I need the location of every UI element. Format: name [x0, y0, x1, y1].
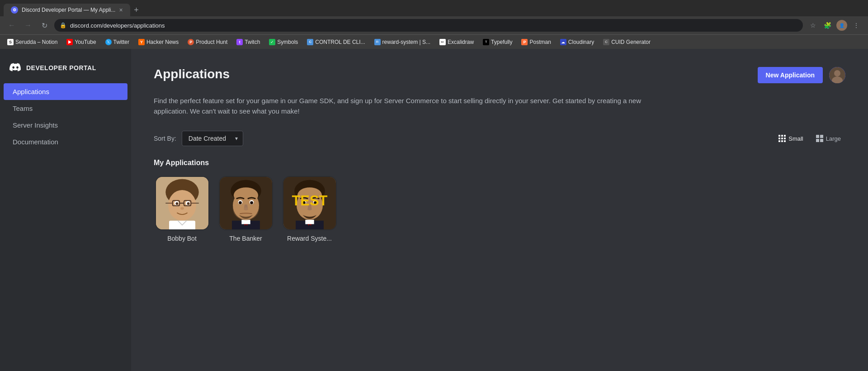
svg-rect-7: [781, 138, 783, 139]
bookmark-youtube[interactable]: YouTube: [63, 37, 99, 47]
active-tab[interactable]: ⚙ Discord Developer Portal — My Appli...…: [4, 4, 130, 16]
bobby-bot-face: [156, 177, 208, 229]
bookmark-twitch[interactable]: t Twitch: [233, 37, 264, 47]
app-card-reward-system[interactable]: TEST Reward Syste...: [281, 176, 338, 242]
discord-logo-icon: [9, 62, 22, 74]
app-name-bobby-bot: Bobby Bot: [167, 235, 197, 242]
bookmark-favicon-symbols: ✓: [269, 39, 275, 45]
app-icon-reward-system: TEST: [283, 176, 337, 230]
app-card-bobby-bot[interactable]: Bobby Bot: [154, 176, 210, 242]
bookmark-reward[interactable]: R reward-system | S...: [371, 37, 434, 47]
svg-rect-12: [816, 135, 819, 138]
new-tab-button[interactable]: +: [130, 4, 143, 16]
svg-text:TEST: TEST: [292, 193, 327, 209]
app-card-the-banker[interactable]: The Banker: [217, 176, 274, 242]
bookmark-excalidraw[interactable]: ✏ Excalidraw: [436, 37, 477, 47]
sidebar-item-label-documentation: Documentation: [13, 138, 58, 146]
page-description: Find the perfect feature set for your ga…: [154, 96, 651, 116]
bookmark-serudda[interactable]: S Serudda – Notion: [4, 37, 61, 47]
tab-label: Discord Developer Portal — My Appli...: [22, 7, 115, 13]
view-large-button[interactable]: Large: [811, 132, 845, 145]
svg-rect-6: [778, 138, 780, 139]
sidebar-nav: Applications Teams Server Insights Docum…: [0, 83, 131, 150]
bookmark-label-twitch: Twitch: [245, 39, 260, 45]
bookmark-typefully[interactable]: T Typefully: [479, 37, 516, 47]
bookmark-label-symbols: Symbols: [277, 39, 298, 45]
address-bar[interactable]: 🔒 discord.com/developers/applications: [54, 19, 803, 32]
bookmark-label-cuid: CUID Generator: [611, 39, 651, 45]
page-title: Applications: [154, 67, 230, 81]
sidebar-item-label-teams: Teams: [13, 105, 33, 112]
sidebar-item-server-insights[interactable]: Server Insights: [4, 117, 127, 133]
app-icon-bobby-bot: [155, 176, 209, 230]
back-button[interactable]: ←: [5, 19, 18, 32]
svg-rect-3: [778, 135, 780, 137]
bookmarks-bar: S Serudda – Notion YouTube 𝕏 Twitter Y H…: [0, 34, 868, 49]
tab-close-button[interactable]: ×: [119, 6, 123, 14]
view-small-button[interactable]: Small: [774, 132, 808, 145]
bookmark-star-button[interactable]: ☆: [807, 19, 819, 32]
reward-face: TEST: [283, 177, 336, 229]
extensions-button[interactable]: 🧩: [821, 19, 834, 32]
bookmark-symbols[interactable]: ✓ Symbols: [265, 37, 302, 47]
sidebar-item-documentation[interactable]: Documentation: [4, 133, 127, 150]
view-small-label: Small: [788, 135, 803, 142]
bookmark-control[interactable]: C CONTROL DE CLI...: [303, 37, 368, 47]
bookmark-twitter[interactable]: 𝕏 Twitter: [102, 37, 133, 47]
bookmark-favicon-serudda: S: [7, 39, 14, 45]
bookmark-favicon-youtube: [66, 39, 73, 45]
view-toggle: Small Large: [774, 132, 845, 145]
bookmark-favicon-control: C: [307, 39, 313, 45]
app-layout: DEVELOPER PORTAL Applications Teams Serv…: [0, 49, 868, 371]
applications-section: My Applications: [154, 159, 845, 242]
sidebar-item-applications[interactable]: Applications: [4, 83, 127, 100]
forward-button[interactable]: →: [22, 19, 34, 32]
bookmark-cloudinary[interactable]: ☁ Cloudinary: [557, 37, 598, 47]
app-name-the-banker: The Banker: [229, 235, 262, 242]
browser-tabs: ⚙ Discord Developer Portal — My Appli...…: [0, 0, 868, 16]
sidebar-item-label-applications: Applications: [13, 88, 49, 95]
svg-point-36: [239, 201, 242, 205]
browser-actions: ☆ 🧩 👤 ⋮: [807, 19, 863, 32]
svg-rect-14: [816, 139, 819, 142]
bookmark-label-cloudinary: Cloudinary: [568, 39, 594, 45]
bookmark-postman[interactable]: P Postman: [518, 37, 554, 47]
sort-select[interactable]: Date Created Name: [182, 131, 243, 146]
reload-button[interactable]: ↻: [38, 19, 51, 32]
main-content: Applications New Application Find the pe…: [131, 49, 868, 371]
sidebar-item-label-server-insights: Server Insights: [13, 121, 58, 129]
app-icon-the-banker: [219, 176, 273, 230]
banker-face: [220, 177, 272, 229]
bobby-bot-image: [156, 177, 208, 229]
svg-point-37: [250, 201, 253, 205]
sort-select-wrapper: Date Created Name: [182, 131, 243, 146]
user-avatar[interactable]: [829, 67, 845, 83]
svg-point-28: [180, 207, 184, 210]
profile-button[interactable]: 👤: [835, 19, 848, 32]
bookmark-favicon-postman: P: [521, 39, 528, 45]
svg-rect-4: [781, 135, 783, 137]
bookmark-hackernews[interactable]: Y Hacker News: [135, 37, 182, 47]
bookmark-label-reward: reward-system | S...: [382, 39, 430, 45]
menu-button[interactable]: ⋮: [850, 19, 863, 32]
svg-point-1: [834, 70, 840, 76]
bookmark-label-hackernews: Hacker News: [146, 39, 179, 45]
bookmark-label-postman: Postman: [529, 39, 551, 45]
bookmark-favicon-reward: R: [374, 39, 381, 45]
small-grid-icon: [778, 135, 786, 142]
svg-point-22: [187, 202, 189, 205]
bookmark-favicon-excalidraw: ✏: [439, 39, 446, 45]
bookmark-favicon-typefully: T: [483, 39, 489, 45]
tab-favicon: ⚙: [11, 6, 18, 14]
apps-grid: Bobby Bot: [154, 176, 845, 242]
sidebar-item-teams[interactable]: Teams: [4, 100, 127, 117]
bookmark-cuid[interactable]: C CUID Generator: [599, 37, 654, 47]
avatar-image: [829, 67, 845, 83]
new-application-button[interactable]: New Application: [758, 67, 823, 83]
svg-rect-10: [781, 140, 783, 142]
bookmark-producthunt[interactable]: P Product Hunt: [184, 37, 231, 47]
sort-section: Sort By: Date Created Name: [154, 131, 243, 146]
bookmark-label-producthunt: Product Hunt: [196, 39, 227, 45]
sidebar: DEVELOPER PORTAL Applications Teams Serv…: [0, 49, 131, 371]
svg-rect-49: [305, 220, 314, 224]
